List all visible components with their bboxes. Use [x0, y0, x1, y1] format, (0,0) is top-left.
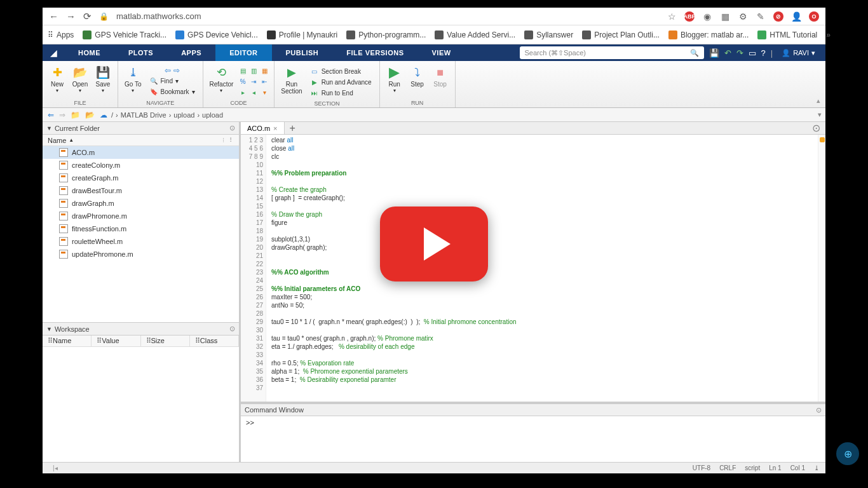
code-ic3[interactable]: ▦ — [260, 66, 269, 75]
code-ic5[interactable]: ⇥ — [249, 77, 258, 86]
warning-indicator-icon[interactable] — [820, 137, 825, 142]
editor-options-icon[interactable]: ⊙ — [807, 122, 825, 134]
bookmark-item[interactable]: GPS Device Vehicl... — [175, 30, 258, 39]
nav-back-icon[interactable]: ⇦ — [165, 66, 171, 75]
app-tab-home[interactable]: HOME — [64, 44, 114, 61]
search-input[interactable]: Search (⌘⇧Space) 🔍 — [520, 46, 704, 59]
run-advance-button[interactable]: ▶Run and Advance — [308, 77, 374, 87]
status-type[interactable]: script — [745, 464, 760, 471]
bookmark-item[interactable]: Python-programm... — [346, 30, 426, 39]
collapse-toolstrip-icon[interactable]: ▴ — [817, 97, 820, 105]
path-seg2[interactable]: upload — [202, 111, 223, 119]
path-dropdown-icon[interactable]: ▾ — [818, 111, 822, 119]
section-break-button[interactable]: ▭Section Break — [308, 66, 374, 76]
bookmark-item[interactable]: GPS Vehicle Tracki... — [83, 30, 166, 39]
cloud-icon[interactable]: ☁ — [98, 111, 109, 119]
url-text[interactable]: matlab.mathworks.com — [116, 11, 201, 21]
app-tab-editor[interactable]: EDITOR — [215, 44, 271, 61]
panel-options-icon[interactable]: ⊙ — [229, 325, 235, 333]
save-button[interactable]: 💾Save▾ — [92, 64, 114, 95]
camera-icon[interactable]: ◉ — [702, 11, 712, 22]
current-folder-header[interactable]: ▼ Current Folder ⊙ — [43, 122, 239, 135]
run-button[interactable]: ▶Run▾ — [384, 64, 405, 95]
ws-col[interactable]: ⠿Value — [92, 336, 140, 346]
file-row[interactable]: updatePhromone.m — [43, 248, 239, 261]
star-icon[interactable]: ☆ — [667, 11, 677, 22]
bookmark-item[interactable]: Value Added Servi... — [435, 30, 515, 39]
file-row[interactable]: createColony.m — [43, 159, 239, 172]
close-tab-icon[interactable]: × — [273, 125, 277, 132]
code-ic7[interactable]: ▸ — [238, 88, 247, 97]
bookmark-button[interactable]: 🔖Bookmark ▾ — [147, 86, 198, 97]
ext1-icon[interactable]: ▦ — [720, 11, 730, 22]
add-tab-icon[interactable]: + — [285, 123, 301, 134]
reload-icon[interactable]: ⟳ — [83, 11, 92, 22]
bookmark-item[interactable]: Blogger: matlab ar... — [668, 30, 749, 39]
bookmark-item[interactable]: HTML Tutorial — [757, 30, 817, 39]
run-section-button[interactable]: ▶Run Section — [278, 64, 304, 96]
ext5-icon[interactable]: O — [809, 11, 819, 22]
status-end-icon[interactable]: ⤓ — [814, 464, 819, 471]
back-icon[interactable]: ← — [49, 11, 58, 22]
run-to-end-button[interactable]: ⏭Run to End — [308, 88, 374, 98]
path-fwd-icon[interactable]: ⇒ — [58, 111, 67, 119]
status-eol[interactable]: CRLF — [719, 464, 736, 471]
matlab-logo-icon[interactable]: ◢ — [43, 44, 64, 61]
find-button[interactable]: 🔍Find ▾ — [147, 76, 198, 86]
abp-icon[interactable]: ABP — [684, 11, 695, 22]
help-icon[interactable]: ? — [761, 48, 766, 58]
ext4-icon[interactable]: ⊘ — [773, 11, 783, 22]
stop-button[interactable]: ■Stop — [430, 64, 451, 89]
panel-options-icon[interactable]: ⊙ — [816, 406, 822, 414]
step-button[interactable]: ⤵Step — [407, 64, 428, 89]
undo-icon[interactable]: ↶ — [724, 48, 731, 58]
ws-col[interactable]: ⠿Name — [43, 336, 92, 346]
status-encoding[interactable]: UTF-8 — [693, 464, 710, 471]
file-row[interactable]: drawPhromone.m — [43, 210, 239, 222]
new-button[interactable]: ✚New▾ — [46, 64, 68, 95]
app-tab-file versions[interactable]: FILE VERSIONS — [332, 44, 417, 61]
app-tab-apps[interactable]: APPS — [167, 44, 215, 61]
app-tab-plots[interactable]: PLOTS — [114, 44, 167, 61]
files-column-header[interactable]: Name ▲ ⁝ ⠇ — [43, 135, 239, 146]
folder-icon[interactable]: 📁 — [69, 111, 81, 119]
workspace-header[interactable]: ▼ Workspace ⊙ — [43, 323, 239, 336]
file-row[interactable]: createGraph.m — [43, 172, 239, 184]
file-row[interactable]: fitnessFunction.m — [43, 222, 239, 235]
code-ic8[interactable]: ◂ — [249, 88, 258, 97]
app-tab-view[interactable]: VIEW — [418, 44, 465, 61]
video-play-button[interactable] — [380, 207, 488, 281]
code-ic9[interactable]: ▾ — [260, 88, 269, 97]
goto-button[interactable]: ⤓Go To▾ — [122, 64, 144, 95]
ext3-icon[interactable]: ✎ — [756, 11, 766, 22]
file-row[interactable]: rouletteWheel.m — [43, 235, 239, 248]
path-drive[interactable]: MATLAB Drive — [121, 111, 166, 119]
profile-icon[interactable]: 👤 — [791, 11, 801, 22]
bookmark-item[interactable]: Project Plan Outli... — [582, 30, 660, 39]
bookmark-item[interactable]: Profile | Mynaukri — [267, 30, 337, 39]
nav-fwd-icon[interactable]: ⇨ — [173, 66, 180, 75]
layout-icon[interactable]: ▭ — [749, 48, 756, 58]
open-button[interactable]: 📂Open▾ — [69, 64, 91, 95]
file-row[interactable]: drawBestTour.m — [43, 184, 239, 197]
bookmark-item[interactable]: Syllanswer — [524, 30, 573, 39]
file-row[interactable]: ACO.m — [43, 146, 239, 159]
redo-icon[interactable]: ↷ — [736, 48, 743, 58]
path-back-icon[interactable]: ⇐ — [46, 111, 55, 119]
command-window-body[interactable]: >> — [241, 416, 825, 462]
user-menu[interactable]: 👤 RAVI ▾ — [778, 49, 819, 57]
command-window-header[interactable]: Command Window ⊙ — [241, 403, 825, 416]
code-ic4[interactable]: % — [238, 77, 247, 86]
ws-col[interactable]: ⠿Class — [190, 336, 239, 346]
up-icon[interactable]: 📂 — [84, 111, 96, 119]
status-left-icon[interactable]: |◂ — [53, 464, 58, 471]
ext2-icon[interactable]: ⚙ — [738, 11, 748, 22]
path-seg1[interactable]: upload — [173, 111, 194, 119]
code-editor[interactable]: 1 2 3 4 5 6 7 8 9 10 11 12 13 14 15 16 1… — [241, 135, 825, 402]
code-ic1[interactable]: ▤ — [238, 66, 247, 75]
editor-tab[interactable]: ACO.m × — [241, 122, 285, 134]
bookmarks-overflow[interactable]: » — [826, 30, 831, 39]
app-tab-publish[interactable]: PUBLISH — [272, 44, 333, 61]
file-row[interactable]: drawGraph.m — [43, 197, 239, 210]
apps-grid-icon[interactable]: ⠿ Apps — [48, 30, 74, 39]
